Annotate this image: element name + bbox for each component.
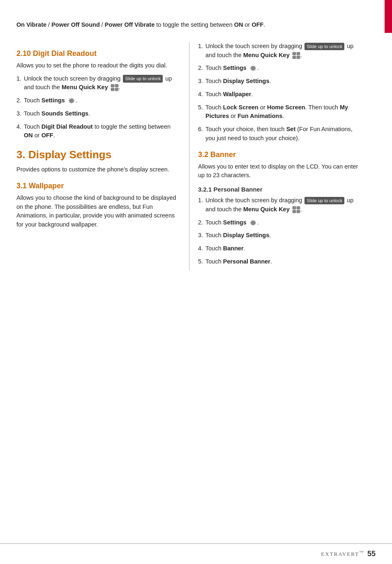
digit-dial-readout-label: Digit Dial Readout — [42, 123, 93, 130]
banner-label: Banner — [223, 245, 244, 252]
personal-banner-label: Personal Banner — [223, 258, 270, 265]
settings-gear-icon — [249, 65, 257, 72]
footer: Extravert™ 55 — [0, 543, 392, 564]
step-210-3: 3. Touch Sounds Settings. — [16, 109, 177, 118]
step-num: 3. — [16, 109, 21, 118]
svg-rect-11 — [297, 206, 300, 209]
left-column: 2.10 Digit Dial Readout Allows you to se… — [16, 42, 189, 270]
menu-quick-key-icon — [292, 52, 300, 59]
section-210-description: Allows you to set the phone to readout t… — [16, 61, 177, 70]
svg-rect-7 — [293, 56, 296, 59]
section-210-heading: 2.10 Digit Dial Readout — [16, 49, 177, 58]
right-column: 1. Unlock the touch screen by dragging S… — [189, 42, 362, 270]
svg-rect-8 — [297, 56, 300, 59]
svg-rect-10 — [293, 206, 296, 209]
settings-label: Settings — [42, 97, 65, 104]
step-num: 3. — [198, 77, 203, 86]
step-num: 6. — [198, 125, 203, 134]
display-settings-label: Display Settings — [223, 232, 270, 238]
step-321-2: 2. Touch Settings . — [198, 218, 362, 227]
footer-brand: Extravert™ — [321, 550, 364, 557]
step-31-6: 6. Touch your choice, then touch Set (Fo… — [198, 125, 362, 143]
step-321-1: 1. Unlock the touch screen by dragging S… — [198, 196, 362, 214]
off-label: OFF — [42, 132, 53, 139]
svg-rect-0 — [111, 84, 114, 87]
footer-page-number: 55 — [367, 550, 376, 558]
step-num: 2. — [16, 96, 21, 105]
svg-rect-5 — [293, 52, 296, 55]
settings-gear-icon — [67, 97, 76, 104]
section-3-description: Provides options to customize the phone'… — [16, 165, 177, 174]
settings-label: Settings — [223, 219, 247, 226]
section-321-heading: 3.2.1 Personal Banner — [198, 186, 362, 193]
section-31-description: Allows you to choose the kind of backgro… — [16, 194, 177, 229]
section-32-heading: 3.2 Banner — [198, 150, 362, 159]
step-31-5: 5. Touch Lock Screen or Home Screen. The… — [198, 103, 362, 121]
display-settings-label: Display Settings — [223, 78, 270, 84]
trademark-text: ™ — [359, 550, 364, 555]
svg-rect-12 — [293, 210, 296, 213]
step-num: 1. — [198, 196, 203, 205]
settings-label: Settings — [223, 65, 247, 71]
brand-text: Extravert — [321, 551, 359, 557]
step-31-4: 4. Touch Wallpaper. — [198, 90, 362, 99]
step-num: 5. — [198, 257, 203, 266]
settings-gear-icon — [249, 219, 257, 227]
svg-rect-3 — [115, 88, 118, 91]
intro-vibrate-label: On Vibrate / Power Off Sound / Power Off… — [16, 21, 265, 28]
svg-rect-13 — [297, 210, 300, 213]
lock-screen-label: Lock Screen — [223, 104, 258, 111]
step-210-1: 1. Unlock the touch screen by dragging S… — [16, 74, 177, 92]
step-num: 4. — [198, 90, 203, 99]
section-3-heading: 3. Display Settings — [16, 148, 177, 161]
step-num: 3. — [198, 231, 203, 240]
set-label: Set — [286, 126, 296, 132]
on-label: ON — [24, 132, 33, 139]
fun-animations-label: Fun Animations — [238, 113, 282, 119]
section-31-heading: 3.1 Wallpaper — [16, 182, 177, 190]
step-210-2: 2. Touch Settings . — [16, 96, 177, 105]
svg-rect-1 — [115, 84, 118, 87]
slide-badge: Slide up to unlock — [123, 75, 163, 83]
intro-text: On Vibrate / Power Off Sound / Power Off… — [16, 21, 376, 30]
svg-rect-6 — [297, 52, 300, 55]
section-321-steps: 1. Unlock the touch screen by dragging S… — [198, 196, 362, 266]
slide-badge: Slide up to unlock — [304, 197, 344, 205]
step-31-3: 3. Touch Display Settings. — [198, 77, 362, 86]
step-321-3: 3. Touch Display Settings. — [198, 231, 362, 240]
step-num: 1. — [16, 74, 21, 83]
step-num: 5. — [198, 103, 203, 112]
wallpaper-label: Wallpaper — [223, 91, 251, 97]
section-210-steps: 1. Unlock the touch screen by dragging S… — [16, 74, 177, 141]
step-num: 2. — [198, 64, 203, 73]
step-31-1: 1. Unlock the touch screen by dragging S… — [198, 42, 362, 60]
step-321-4: 4. Touch Banner. — [198, 244, 362, 253]
step-31-2: 2. Touch Settings . — [198, 64, 362, 73]
intro-block: On Vibrate / Power Off Sound / Power Off… — [0, 16, 392, 42]
step-210-4: 4. Touch Digit Dial Readout to toggle th… — [16, 123, 177, 141]
menu-quick-key-icon — [111, 84, 119, 91]
home-screen-label: Home Screen — [267, 104, 305, 111]
section-31-steps: 1. Unlock the touch screen by dragging S… — [198, 42, 362, 143]
sounds-settings-label: Sounds Settings — [42, 110, 88, 117]
menu-quick-key-label: Menu Quick Key — [243, 206, 290, 213]
step-num: 4. — [198, 244, 203, 253]
menu-quick-key-icon — [292, 206, 300, 213]
menu-quick-key-label: Menu Quick Key — [62, 84, 108, 90]
step-num: 2. — [198, 218, 203, 227]
step-num: 1. — [198, 42, 203, 51]
slide-badge: Slide up to unlock — [304, 43, 344, 51]
step-321-5: 5. Touch Personal Banner. — [198, 257, 362, 266]
svg-rect-2 — [111, 88, 114, 91]
menu-quick-key-label: Menu Quick Key — [243, 52, 290, 58]
step-num: 4. — [16, 123, 21, 132]
section-32-description: Allows you to enter text to display on t… — [198, 162, 362, 180]
